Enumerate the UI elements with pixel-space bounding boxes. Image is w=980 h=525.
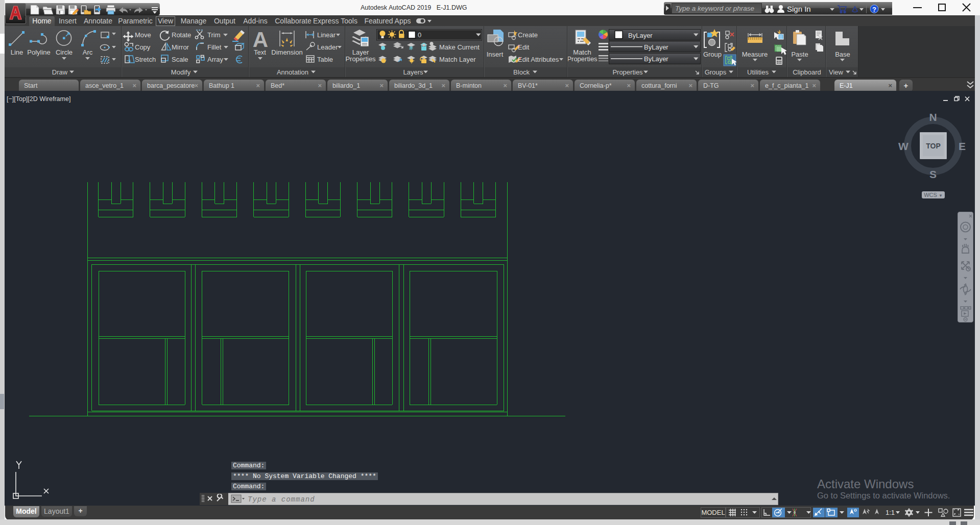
svg-text:Draw: Draw <box>52 68 68 76</box>
svg-text:ByLayer: ByLayer <box>644 43 668 51</box>
svg-text:Edit: Edit <box>518 43 530 51</box>
svg-text:Create: Create <box>518 31 538 39</box>
svg-text:Table: Table <box>317 56 333 63</box>
svg-text:Arc: Arc <box>83 48 93 56</box>
svg-text:Match Layer: Match Layer <box>439 56 476 63</box>
svg-text:Groups: Groups <box>705 68 727 76</box>
svg-text:Measure: Measure <box>742 51 768 58</box>
svg-text:Text: Text <box>254 48 266 56</box>
svg-text:Dimension: Dimension <box>271 48 302 56</box>
svg-text:Group: Group <box>703 51 722 58</box>
svg-text:TOP: TOP <box>926 142 941 150</box>
svg-text:ByLayer: ByLayer <box>628 32 653 39</box>
svg-text:Line: Line <box>11 48 23 56</box>
svg-text:View: View <box>829 68 844 76</box>
svg-text:W: W <box>898 140 909 152</box>
svg-text:Scale: Scale <box>172 56 188 63</box>
svg-text:Linear: Linear <box>317 31 336 39</box>
svg-text:Annotation: Annotation <box>277 68 308 76</box>
svg-text:Circle: Circle <box>56 48 73 56</box>
svg-text:ByLayer: ByLayer <box>644 55 668 63</box>
svg-text:E: E <box>959 140 966 152</box>
svg-text:Properties: Properties <box>567 55 597 63</box>
svg-text:N: N <box>929 111 937 123</box>
svg-text:Layers: Layers <box>403 68 423 76</box>
svg-text:Polyline: Polyline <box>27 48 51 56</box>
svg-text:1:1: 1:1 <box>886 509 895 516</box>
svg-text:S: S <box>929 168 937 180</box>
svg-text:Utilities: Utilities <box>747 68 769 76</box>
svg-text:Rotate: Rotate <box>172 31 191 39</box>
svg-text:Fillet: Fillet <box>207 43 222 51</box>
svg-text:Stretch: Stretch <box>135 56 156 63</box>
svg-text:Leader: Leader <box>317 43 338 51</box>
svg-text:Modify: Modify <box>171 68 191 76</box>
svg-text:Array: Array <box>207 56 224 63</box>
svg-text:Block: Block <box>513 68 530 76</box>
svg-text:Properties: Properties <box>345 55 376 63</box>
svg-text:0: 0 <box>418 31 421 39</box>
svg-text:Clipboard: Clipboard <box>793 68 821 76</box>
svg-text:Base: Base <box>835 51 850 58</box>
svg-text:A: A <box>253 28 268 52</box>
svg-text:Trim: Trim <box>207 31 221 39</box>
svg-text:Edit Attributes: Edit Attributes <box>518 56 559 63</box>
svg-text:Copy: Copy <box>135 43 151 51</box>
svg-text:Paste: Paste <box>791 51 808 58</box>
svg-text:?: ? <box>872 6 876 13</box>
svg-text:Sign In: Sign In <box>787 5 811 13</box>
svg-text:Make Current: Make Current <box>439 43 480 51</box>
svg-text:Move: Move <box>135 31 151 39</box>
svg-text:Mirror: Mirror <box>172 43 189 51</box>
svg-text:Properties: Properties <box>612 68 643 76</box>
svg-text:Insert: Insert <box>487 51 504 58</box>
